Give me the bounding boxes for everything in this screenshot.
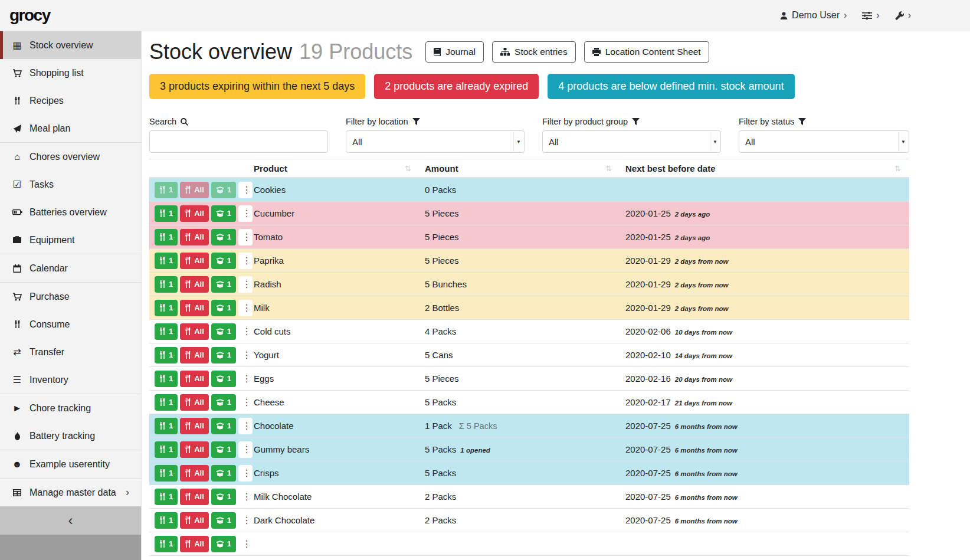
open-one-button[interactable]: 1	[211, 205, 236, 222]
consume-all-button[interactable]: All	[180, 323, 209, 340]
table-row: 1 All 1 ⋮ Dark Chocolate 2 Packs 2020-07…	[149, 509, 909, 532]
search-input[interactable]	[149, 130, 328, 153]
open-one-button[interactable]: 1	[211, 323, 236, 340]
sidebar-item-inventory[interactable]: ☰ Inventory ›	[0, 366, 141, 394]
open-one-button[interactable]: 1	[211, 418, 236, 434]
consume-one-button[interactable]: 1	[155, 465, 178, 482]
table-row: 1 All 1 ⋮ Cheese 5 Packs 2020-02-1721 da…	[149, 391, 909, 414]
sidebar-item-stock-overview[interactable]: ▦ Stock overview ›	[0, 31, 141, 59]
sidebar-item-example-userentity[interactable]: ☻ Example userentity ›	[0, 450, 141, 478]
consume-one-button[interactable]: 1	[155, 229, 178, 245]
user-menu[interactable]: Demo User ›	[780, 10, 847, 21]
consume-one-button[interactable]: 1	[155, 489, 178, 505]
consume-one-button[interactable]: 1	[155, 347, 178, 363]
sidebar-item-shopping-list[interactable]: Shopping list ›	[0, 59, 141, 87]
open-one-button[interactable]: 1	[211, 347, 236, 363]
sidebar-item-transfer[interactable]: ⇄ Transfer ›	[0, 338, 141, 366]
open-one-button[interactable]: 1	[211, 465, 236, 482]
row-menu-button[interactable]: ⋮	[238, 536, 253, 552]
consume-all-button[interactable]: All	[180, 347, 209, 363]
utensils-icon	[159, 398, 166, 406]
status-banner-2[interactable]: 2 products are already expired	[374, 74, 539, 99]
consume-all-button[interactable]: All	[180, 229, 209, 245]
open-one-button[interactable]: 1	[211, 253, 236, 269]
open-one-button[interactable]: 1	[211, 276, 236, 293]
sidebar-item-batteries-overview[interactable]: Batteries overview ›	[0, 198, 141, 226]
open-one-button[interactable]: 1	[211, 371, 236, 387]
consume-all-button[interactable]: All	[180, 371, 209, 387]
consume-one-button[interactable]: 1	[155, 253, 178, 269]
tasks-icon: ☑	[10, 179, 24, 190]
consume-one-button[interactable]: 1	[155, 323, 178, 340]
sort-icon[interactable]: ⇅	[894, 164, 901, 173]
consume-one-button[interactable]: 1	[155, 394, 178, 411]
consume-one-button[interactable]: 1	[155, 276, 178, 293]
open-one-button[interactable]: 1	[211, 229, 236, 245]
table-row: 1 All 1 ⋮ Cucumber 5 Pieces 2020-01-252 …	[149, 202, 909, 225]
sidebar-item-purchase[interactable]: Purchase ›	[0, 283, 141, 310]
sidebar-item-battery-tracking[interactable]: Battery tracking ›	[0, 422, 141, 450]
filter-block: Filter by location All ▼	[346, 117, 525, 153]
open-one-button[interactable]: 1	[211, 512, 236, 529]
admin-menu[interactable]: ›	[895, 10, 911, 21]
sidebar-item-meal-plan[interactable]: Meal plan ›	[0, 114, 141, 142]
filter-by-status-select[interactable]: All ▼	[739, 130, 909, 153]
consume-one-button[interactable]: 1	[155, 182, 178, 198]
date-note: 2 days from now	[675, 305, 729, 312]
consume-one-button[interactable]: 1	[155, 441, 178, 458]
consume-one-button[interactable]: 1	[155, 418, 178, 434]
stock-entries-button[interactable]: Stock entries	[492, 41, 576, 63]
row-actions: 1 All 1 ⋮	[149, 300, 248, 316]
sort-icon[interactable]: ⇅	[405, 164, 411, 173]
consume-all-button[interactable]: All	[180, 182, 209, 198]
status-banner-3[interactable]: 4 products are below defined min. stock …	[548, 74, 794, 99]
amount-column-header[interactable]: Amount ⇅	[420, 159, 620, 177]
consume-one-button[interactable]: 1	[155, 512, 178, 529]
consume-all-button[interactable]: All	[180, 418, 209, 434]
open-one-button[interactable]: 1	[211, 536, 236, 552]
location-content-sheet-button[interactable]: Location Content Sheet	[584, 41, 709, 63]
filter-by-location-select[interactable]: All ▼	[346, 130, 525, 153]
best-before-cell: 2020-07-256 months from now	[620, 468, 909, 478]
open-one-button[interactable]: 1	[211, 300, 236, 316]
consume-one-button[interactable]: 1	[155, 371, 178, 387]
sidebar-item-equipment[interactable]: Equipment ›	[0, 226, 141, 254]
sidebar-item-consume[interactable]: Consume ›	[0, 310, 141, 338]
product-name: Cucumber	[248, 208, 420, 218]
sidebar-collapse-button[interactable]: ‹	[0, 506, 141, 535]
main-content: Stock overview 19 Products Journal Stock…	[142, 31, 970, 560]
consume-one-button[interactable]: 1	[155, 205, 178, 222]
consume-one-button[interactable]: 1	[155, 536, 178, 552]
sort-icon[interactable]: ⇅	[605, 164, 612, 173]
status-banner-1[interactable]: 3 products expiring within the next 5 da…	[149, 74, 365, 99]
consume-all-button[interactable]: All	[180, 253, 209, 269]
consume-all-button[interactable]: All	[180, 441, 209, 458]
best-before-cell: 2020-02-0610 days from now	[620, 326, 909, 336]
consume-all-button[interactable]: All	[180, 276, 209, 293]
open-one-button[interactable]: 1	[211, 182, 236, 198]
journal-button[interactable]: Journal	[425, 41, 484, 63]
filter-by-product-group-select[interactable]: All ▼	[542, 130, 721, 153]
consume-all-button[interactable]: All	[180, 205, 209, 222]
product-column-header[interactable]: Product ⇅	[248, 159, 420, 177]
consume-all-button[interactable]: All	[180, 489, 209, 505]
sidebar-item-calendar[interactable]: Calendar ›	[0, 254, 141, 282]
open-one-button[interactable]: 1	[211, 489, 236, 505]
sidebar-item-tasks[interactable]: ☑ Tasks ›	[0, 171, 141, 198]
sidebar-item-chore-tracking[interactable]: ► Chore tracking ›	[0, 394, 141, 422]
best-before-column-header[interactable]: Next best before date ⇅	[620, 159, 909, 177]
sidebar-item-manage-master-data[interactable]: Manage master data ›	[0, 479, 141, 506]
consume-all-button[interactable]: All	[180, 512, 209, 529]
open-one-button[interactable]: 1	[211, 394, 236, 411]
sidebar-item-chores-overview[interactable]: ⌂ Chores overview ›	[0, 143, 141, 171]
consume-all-button[interactable]: All	[180, 394, 209, 411]
settings-menu[interactable]: ›	[862, 10, 879, 21]
open-one-button[interactable]: 1	[211, 441, 236, 458]
consume-one-button[interactable]: 1	[155, 300, 178, 316]
consume-all-button[interactable]: All	[180, 300, 209, 316]
sidebar-item-recipes[interactable]: Recipes ›	[0, 87, 141, 114]
row-actions: 1 All 1 ⋮	[149, 512, 248, 529]
consume-all-button[interactable]: All	[180, 536, 209, 552]
app-logo[interactable]: grocy	[9, 6, 50, 25]
consume-all-button[interactable]: All	[180, 465, 209, 482]
